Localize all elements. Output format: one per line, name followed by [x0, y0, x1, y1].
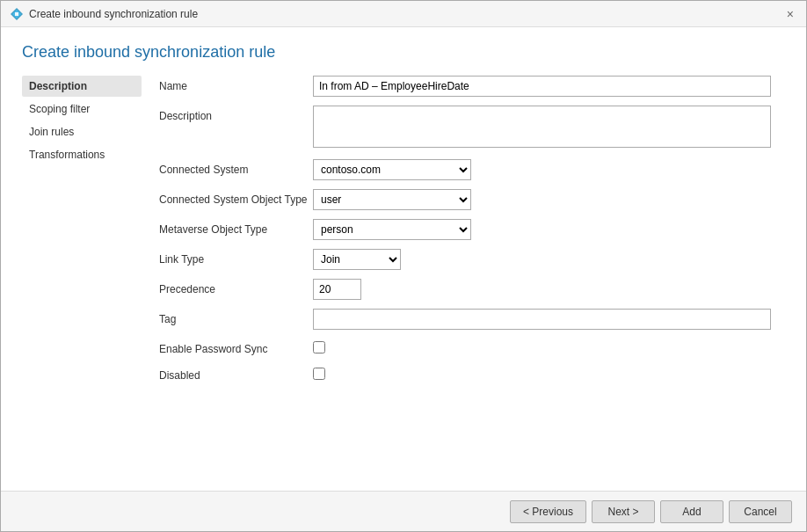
link-type-row: Link Type Join [159, 249, 771, 270]
enable-password-sync-checkbox[interactable] [313, 341, 325, 353]
content-area: Create inbound synchronization rule Desc… [1, 27, 806, 491]
sync-icon [10, 7, 24, 21]
metaverse-object-type-label: Metaverse Object Type [159, 219, 313, 236]
tag-input[interactable] [313, 309, 771, 330]
connected-system-object-type-select[interactable]: user [313, 189, 471, 210]
enable-password-sync-label: Enable Password Sync [159, 339, 313, 355]
title-bar-left: Create inbound synchronization rule [10, 7, 198, 21]
metaverse-object-type-select[interactable]: person [313, 219, 471, 240]
connected-system-object-type-control-wrap: user [313, 189, 771, 210]
link-type-label: Link Type [159, 249, 313, 266]
tag-label: Tag [159, 309, 313, 325]
sidebar-item-description[interactable]: Description [22, 76, 142, 97]
footer: < Previous Next > Add Cancel [1, 491, 806, 531]
title-bar: Create inbound synchronization rule × [1, 1, 806, 27]
disabled-row: Disabled [159, 365, 771, 383]
connected-system-object-type-row: Connected System Object Type user [159, 189, 771, 210]
cancel-button[interactable]: Cancel [729, 500, 792, 523]
tag-control-wrap [313, 309, 771, 330]
sidebar-item-scoping-filter[interactable]: Scoping filter [22, 98, 142, 120]
precedence-row: Precedence [159, 279, 771, 300]
sidebar-item-join-rules[interactable]: Join rules [22, 121, 142, 142]
connected-system-label: Connected System [159, 159, 313, 176]
precedence-label: Precedence [159, 279, 313, 295]
name-input[interactable] [313, 76, 771, 97]
enable-password-sync-row: Enable Password Sync [159, 339, 771, 356]
link-type-select[interactable]: Join [313, 249, 401, 270]
precedence-control-wrap [313, 279, 771, 300]
close-button[interactable]: × [783, 8, 797, 20]
description-control-wrap [313, 106, 771, 150]
connected-system-object-type-label: Connected System Object Type [159, 189, 313, 206]
form-area: Name Description Connected System [142, 72, 806, 491]
disabled-checkbox[interactable] [313, 368, 325, 380]
enable-password-sync-control-wrap [313, 339, 771, 356]
previous-button[interactable]: < Previous [510, 500, 586, 523]
name-row: Name [159, 76, 771, 97]
sidebar: Description Scoping filter Join rules Tr… [1, 72, 142, 491]
svg-rect-2 [15, 12, 18, 16]
connected-system-row: Connected System contoso.com [159, 159, 771, 180]
description-row: Description [159, 106, 771, 150]
description-label: Description [159, 106, 313, 122]
metaverse-object-type-control-wrap: person [313, 219, 771, 240]
name-control-wrap [313, 76, 771, 97]
precedence-input[interactable] [313, 279, 361, 300]
connected-system-select[interactable]: contoso.com [313, 159, 471, 180]
metaverse-object-type-row: Metaverse Object Type person [159, 219, 771, 240]
title-bar-text: Create inbound synchronization rule [29, 8, 198, 20]
disabled-control-wrap [313, 365, 771, 383]
sidebar-item-transformations[interactable]: Transformations [22, 144, 142, 165]
add-button[interactable]: Add [660, 500, 723, 523]
next-button[interactable]: Next > [592, 500, 655, 523]
tag-row: Tag [159, 309, 771, 330]
name-label: Name [159, 76, 313, 92]
connected-system-control-wrap: contoso.com [313, 159, 771, 180]
description-input[interactable] [313, 106, 771, 148]
link-type-control-wrap: Join [313, 249, 771, 270]
disabled-label: Disabled [159, 365, 313, 382]
main-body: Description Scoping filter Join rules Tr… [1, 72, 806, 491]
page-title: Create inbound synchronization rule [1, 27, 806, 72]
dialog-window: Create inbound synchronization rule × Cr… [0, 0, 807, 532]
